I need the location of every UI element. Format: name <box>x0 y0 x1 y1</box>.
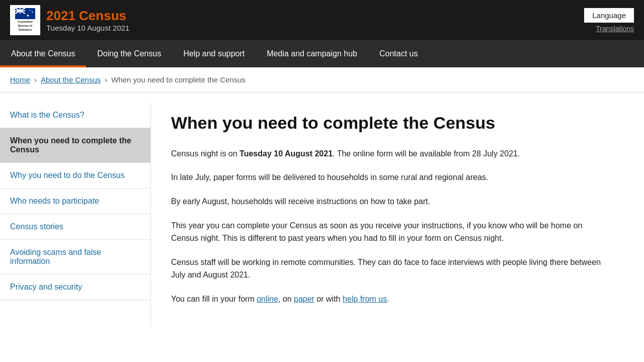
content-paragraph-3: By early August, households will receive… <box>171 195 604 208</box>
abs-logo-text: AustralianBureau ofStatistics <box>18 20 32 32</box>
logo-area: ✦ ✦ ✦ AustralianBureau ofStatistics 2021… <box>10 5 129 35</box>
breadcrumb-about[interactable]: About the Census <box>41 75 101 84</box>
site-header: ✦ ✦ ✦ AustralianBureau ofStatistics 2021… <box>0 0 644 40</box>
sidebar: What is the Census? When you need to com… <box>0 103 151 327</box>
main-layout: What is the Census? When you need to com… <box>0 98 644 332</box>
sidebar-item-stories[interactable]: Census stories <box>0 214 150 240</box>
content-paragraph-6: You can fill in your form online, on pap… <box>171 293 604 306</box>
content-paragraph-4: This year you can complete your Census a… <box>171 219 604 245</box>
breadcrumb: Home › About the Census › When you need … <box>0 67 644 92</box>
para6-mid1: , on <box>278 295 294 303</box>
para6-pre: You can fill in your form <box>171 295 257 303</box>
link-help[interactable]: help from us <box>343 295 387 303</box>
nav-item-doing[interactable]: Doing the Census <box>86 40 172 67</box>
sidebar-item-why[interactable]: Why you need to do the Census <box>0 163 150 189</box>
content-title: When you need to complete the Census <box>171 113 604 133</box>
abs-logo-flag: ✦ ✦ ✦ <box>15 8 35 19</box>
header-titles: 2021 Census Tuesday 10 August 2021 <box>46 8 129 32</box>
sidebar-item-who[interactable]: Who needs to participate <box>0 189 150 214</box>
main-nav: About the Census Doing the Census Help a… <box>0 40 644 67</box>
content-paragraph-5: Census staff will be working in remote c… <box>171 256 604 282</box>
language-button[interactable]: Language <box>584 8 634 23</box>
header-right: Language Translations <box>584 8 634 33</box>
main-content: When you need to complete the Census Cen… <box>151 103 624 327</box>
nav-item-about[interactable]: About the Census <box>0 40 86 67</box>
breadcrumb-current: When you need to complete the Census <box>111 75 246 84</box>
para6-post: . <box>387 295 389 303</box>
sidebar-item-scams[interactable]: Avoiding scams and false information <box>0 240 150 275</box>
sidebar-item-when[interactable]: When you need to complete the Census <box>0 128 150 163</box>
breadcrumb-sep-1: › <box>34 75 37 84</box>
link-paper[interactable]: paper <box>294 295 314 303</box>
para1-bold: Tuesday 10 August 2021 <box>239 149 333 158</box>
nav-item-media[interactable]: Media and campaign hub <box>256 40 368 67</box>
divider <box>0 92 644 93</box>
breadcrumb-home[interactable]: Home <box>10 75 30 84</box>
breadcrumb-sep-2: › <box>105 75 107 84</box>
nav-item-contact[interactable]: Contact us <box>368 40 429 67</box>
site-subtitle: Tuesday 10 August 2021 <box>46 24 129 32</box>
content-paragraph-1: Census night is on Tuesday 10 August 202… <box>171 147 604 160</box>
para6-mid2: or with <box>314 295 343 303</box>
para1-post: . The online form will be available from… <box>333 149 520 158</box>
content-paragraph-2: In late July, paper forms will be delive… <box>171 171 604 184</box>
svg-text:✦: ✦ <box>26 14 30 18</box>
sidebar-item-what[interactable]: What is the Census? <box>0 103 150 128</box>
site-title: 2021 Census <box>46 8 129 24</box>
para1-pre: Census night is on <box>171 149 239 158</box>
sidebar-item-privacy[interactable]: Privacy and security <box>0 275 150 300</box>
nav-item-help[interactable]: Help and support <box>172 40 256 67</box>
translations-link[interactable]: Translations <box>596 25 634 33</box>
abs-logo: ✦ ✦ ✦ AustralianBureau ofStatistics <box>10 5 40 35</box>
link-online[interactable]: online <box>257 295 278 303</box>
